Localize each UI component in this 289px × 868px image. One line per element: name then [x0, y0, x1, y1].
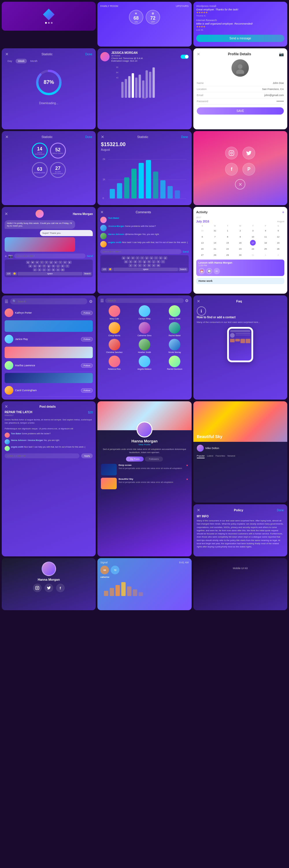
cal-day-30b[interactable]: 30: [237, 252, 243, 258]
ckey-r[interactable]: r: [136, 256, 140, 259]
cal-day-15[interactable]: 15: [225, 240, 230, 246]
cal-day-5[interactable]: 5: [276, 228, 281, 234]
cal-day-23[interactable]: 23: [237, 246, 243, 252]
ckey-d[interactable]: d: [133, 260, 137, 263]
cal-day-10[interactable]: 10: [250, 234, 256, 240]
ckey-h[interactable]: h: [147, 260, 151, 263]
close-button[interactable]: ✕: [5, 52, 9, 56]
tab-month[interactable]: Month: [28, 59, 40, 63]
faq-close-button[interactable]: ✕: [197, 299, 200, 304]
thermo-circle-1[interactable]: ☀ 68 ON: [129, 10, 143, 24]
cal-day-12[interactable]: 12: [276, 234, 281, 240]
event-message-button[interactable]: 💬: [206, 268, 212, 274]
ckey-w[interactable]: w: [126, 256, 130, 259]
cal-day-21[interactable]: 21: [212, 246, 218, 252]
camera-small-icon[interactable]: 📷: [8, 254, 13, 258]
ckey-l[interactable]: l: [161, 260, 165, 263]
cal-day-31b[interactable]: 31: [250, 252, 256, 258]
ckey-k[interactable]: k: [156, 260, 160, 263]
ckey-j[interactable]: j: [152, 260, 156, 263]
thermo-circle-2[interactable]: ❄ 72 OFF: [146, 10, 160, 24]
ckey-m[interactable]: m: [156, 264, 160, 267]
key-e[interactable]: e: [35, 261, 39, 264]
cal-day-1[interactable]: 1: [225, 228, 230, 234]
cal-day-3[interactable]: 3: [250, 228, 256, 234]
key-o[interactable]: o: [63, 261, 67, 264]
send-message-button[interactable]: Send a message: [196, 35, 284, 42]
cal-day-9[interactable]: 9: [237, 234, 243, 240]
person-avatar-1[interactable]: [109, 305, 120, 317]
footer-instagram-button[interactable]: [33, 584, 42, 592]
ckey-a[interactable]: a: [124, 260, 128, 263]
dot-1[interactable]: [45, 22, 47, 24]
save-button[interactable]: SAVE: [197, 107, 284, 115]
tab-week[interactable]: Week: [15, 59, 27, 63]
comments-input[interactable]: [100, 249, 181, 254]
ckey-o[interactable]: o: [159, 256, 163, 259]
ckey-u[interactable]: u: [149, 256, 153, 259]
cal-day-2b[interactable]: 2: [276, 252, 281, 258]
tab-latest[interactable]: Latest: [207, 454, 213, 458]
follow-button-2[interactable]: Follow: [81, 337, 93, 341]
key-g[interactable]: g: [47, 265, 51, 268]
ckey-s[interactable]: s: [129, 260, 133, 263]
tab-popular[interactable]: Popular: [197, 454, 205, 458]
person-avatar-3[interactable]: [169, 305, 180, 317]
pinterest-button[interactable]: P: [243, 163, 255, 176]
post-close-button[interactable]: ✕: [5, 404, 8, 409]
event-clock-button[interactable]: ⏰: [198, 268, 205, 274]
cal-day-13[interactable]: 13: [200, 240, 205, 246]
tab-followers[interactable]: Followers: [145, 457, 163, 462]
ckey-v[interactable]: v: [142, 264, 147, 267]
key-p[interactable]: p: [68, 261, 72, 264]
cal-day-14[interactable]: 14: [212, 240, 218, 246]
key-v[interactable]: v: [47, 268, 51, 271]
policy-close-button[interactable]: ✕: [197, 508, 200, 513]
cal-day-2[interactable]: 2: [237, 228, 243, 234]
key-emoji[interactable]: 😊: [12, 272, 17, 275]
ckey-space[interactable]: space: [113, 268, 178, 271]
person-avatar-7[interactable]: [109, 339, 120, 350]
key-u[interactable]: u: [54, 261, 58, 264]
key-l[interactable]: l: [65, 265, 69, 268]
chat-send-button[interactable]: Send: [87, 255, 93, 257]
money-done-button[interactable]: Done: [181, 135, 188, 138]
cal-day-17[interactable]: 17: [250, 240, 256, 246]
hamburger-icon[interactable]: ☰: [5, 299, 8, 304]
policy-done-button[interactable]: Done: [277, 509, 284, 512]
ckey-search[interactable]: Search: [179, 268, 187, 271]
key-123[interactable]: 123: [6, 272, 11, 275]
key-b[interactable]: b: [51, 268, 56, 271]
cal-day-29[interactable]: 29: [225, 252, 230, 258]
money-close-button[interactable]: ✕: [101, 134, 104, 139]
key-f[interactable]: f: [42, 265, 46, 268]
cal-day-4[interactable]: 4: [263, 228, 268, 234]
comments-close-button[interactable]: ✕: [100, 210, 104, 214]
person-avatar-9[interactable]: [169, 339, 180, 350]
follow-button-4[interactable]: Follow: [81, 388, 93, 393]
tab-day[interactable]: Day: [5, 59, 14, 63]
cal-day-19[interactable]: 19: [276, 240, 281, 246]
ckey-f[interactable]: f: [138, 260, 142, 263]
key-search[interactable]: Search: [83, 272, 92, 275]
person-avatar-11[interactable]: [139, 355, 150, 367]
cal-day-24[interactable]: 24: [250, 246, 256, 252]
social-close-button[interactable]: ✕: [235, 179, 245, 189]
footer-facebook-button[interactable]: f: [56, 584, 65, 592]
tab-newest[interactable]: Newest: [227, 454, 235, 458]
cal-day-18[interactable]: 18: [263, 240, 268, 246]
people-search-input[interactable]: [105, 298, 183, 303]
profile-hanna-avatar[interactable]: [136, 422, 152, 437]
key-j[interactable]: j: [56, 265, 60, 268]
person-avatar-2[interactable]: [139, 305, 150, 317]
ckey-emoji[interactable]: 😊: [108, 268, 113, 271]
ckey-b[interactable]: b: [147, 264, 151, 267]
camera-icon[interactable]: 📷: [279, 52, 284, 56]
key-n[interactable]: n: [56, 268, 60, 271]
event-edit-button[interactable]: ✏: [214, 268, 220, 274]
person-avatar-4[interactable]: [109, 322, 120, 334]
ckey-x[interactable]: x: [133, 264, 137, 267]
apply-button[interactable]: Apply: [81, 454, 93, 458]
toggle-switch[interactable]: [181, 55, 189, 59]
key-z[interactable]: z: [33, 268, 37, 271]
